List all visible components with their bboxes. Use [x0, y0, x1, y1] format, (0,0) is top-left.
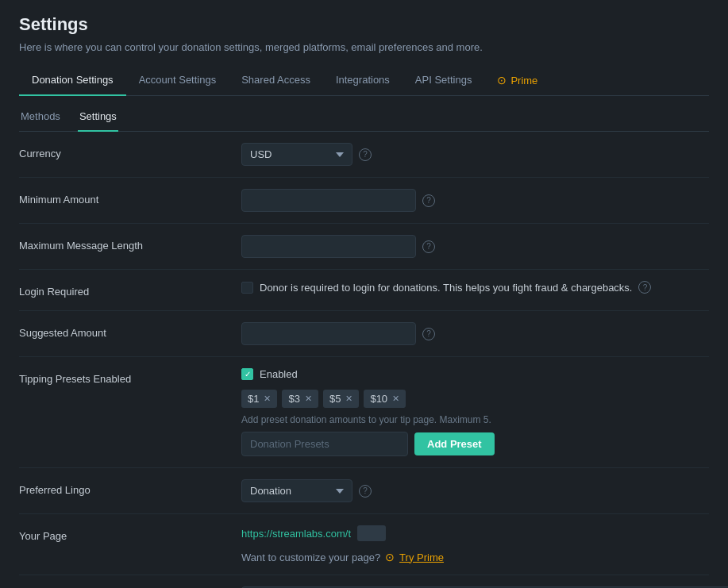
- login-required-label: Login Required: [19, 281, 241, 298]
- currency-select[interactable]: USD EUR GBP: [241, 143, 352, 166]
- login-required-row: Login Required Donor is required to logi…: [19, 270, 709, 311]
- try-prime-link[interactable]: Try Prime: [399, 551, 444, 563]
- preset-hint: Add preset donation amounts to your tip …: [241, 414, 709, 425]
- suggested-amount-input[interactable]: 5.00: [241, 322, 416, 345]
- currency-control: USD EUR GBP ?: [241, 143, 709, 166]
- prime-star-icon: ⊙: [497, 74, 507, 86]
- login-required-help-icon[interactable]: ?: [638, 281, 651, 294]
- currency-help-icon[interactable]: ?: [359, 148, 372, 161]
- tab-prime[interactable]: ⊙ Prime: [484, 66, 550, 96]
- preset-tags-container: $1 ✕ $3 ✕ $5 ✕ $10 ✕: [241, 390, 709, 408]
- preferred-lingo-label: Preferred Lingo: [19, 479, 241, 496]
- page-url-text[interactable]: https://streamlabs.com/t: [241, 528, 351, 540]
- donation-presets-input[interactable]: [241, 432, 408, 456]
- preferred-lingo-control: Donation Tip Contribution ?: [241, 479, 709, 502]
- tab-account-settings[interactable]: Account Settings: [126, 66, 229, 96]
- allow-pro-viewers-row: Allow Pro Viewers Yes, I love Streamlabs…: [19, 575, 709, 588]
- preset-tag-4-remove[interactable]: ✕: [392, 394, 399, 403]
- tipping-presets-row: Tipping Presets Enabled Enabled $1 ✕ $3 …: [19, 357, 709, 468]
- customize-text: Want to customize your page?: [241, 551, 380, 563]
- main-nav: Donation Settings Account Settings Share…: [19, 66, 709, 96]
- max-message-length-control: 255 ?: [241, 235, 709, 258]
- add-preset-button[interactable]: Add Preset: [414, 432, 495, 455]
- sub-tab-settings[interactable]: Settings: [78, 106, 118, 132]
- suggested-amount-row: Suggested Amount 5.00 ?: [19, 311, 709, 357]
- page-title: Settings: [19, 14, 709, 35]
- preferred-lingo-input-row: Donation Tip Contribution ?: [241, 479, 709, 502]
- tab-donation-settings[interactable]: Donation Settings: [19, 66, 126, 96]
- url-slug-box: [357, 525, 386, 541]
- login-required-control: Donor is required to login for donations…: [241, 281, 709, 294]
- sub-tabs: Methods Settings: [19, 96, 709, 132]
- preset-tag-3-value: $5: [329, 393, 341, 405]
- max-message-length-input[interactable]: 255: [241, 235, 416, 258]
- preset-tag-3-remove[interactable]: ✕: [345, 394, 352, 403]
- minimum-amount-input[interactable]: 1: [241, 189, 416, 212]
- preferred-lingo-help-icon[interactable]: ?: [359, 485, 372, 498]
- tab-integrations[interactable]: Integrations: [323, 66, 403, 96]
- tab-api-settings[interactable]: API Settings: [403, 66, 485, 96]
- preset-tag-2-value: $3: [288, 393, 299, 405]
- tipping-presets-label: Tipping Presets Enabled: [19, 368, 241, 385]
- tipping-presets-enabled-wrapper: Enabled: [241, 368, 709, 380]
- customize-row: Want to customize your page? ⊙ Try Prime: [241, 551, 709, 563]
- preset-tag-4: $10 ✕: [364, 390, 406, 408]
- currency-label: Currency: [19, 143, 241, 159]
- preset-tag-1-value: $1: [248, 393, 259, 405]
- preset-tag-3: $5 ✕: [323, 390, 359, 408]
- preset-tag-1: $1 ✕: [241, 390, 277, 408]
- login-required-checkbox-wrapper: Donor is required to login for donations…: [241, 281, 709, 294]
- max-message-length-row: Maximum Message Length 255 ?: [19, 224, 709, 270]
- minimum-amount-input-row: 1 ?: [241, 189, 709, 212]
- suggested-amount-control: 5.00 ?: [241, 322, 709, 345]
- preset-tag-2-remove[interactable]: ✕: [305, 394, 312, 403]
- currency-input-row: USD EUR GBP ?: [241, 143, 709, 166]
- currency-row: Currency USD EUR GBP ?: [19, 132, 709, 178]
- minimum-amount-label: Minimum Amount: [19, 189, 241, 206]
- tipping-presets-checkbox[interactable]: [241, 368, 253, 380]
- your-page-label: Your Page: [19, 525, 241, 542]
- tab-shared-access[interactable]: Shared Access: [229, 66, 323, 96]
- your-page-row: Your Page https://streamlabs.com/t Want …: [19, 514, 709, 575]
- tipping-presets-control: Enabled $1 ✕ $3 ✕ $5 ✕: [241, 368, 709, 456]
- your-page-control: https://streamlabs.com/t Want to customi…: [241, 525, 709, 563]
- preferred-lingo-select[interactable]: Donation Tip Contribution: [241, 479, 352, 502]
- page-description: Here is where you can control your donat…: [19, 41, 709, 53]
- preferred-lingo-row: Preferred Lingo Donation Tip Contributio…: [19, 468, 709, 514]
- preset-tag-4-value: $10: [370, 393, 387, 405]
- minimum-amount-help-icon[interactable]: ?: [422, 194, 435, 207]
- max-message-length-input-row: 255 ?: [241, 235, 709, 258]
- minimum-amount-row: Minimum Amount 1 ?: [19, 178, 709, 224]
- suggested-amount-help-icon[interactable]: ?: [422, 328, 435, 340]
- login-required-checkbox-label: Donor is required to login for donations…: [260, 282, 632, 294]
- preset-add-row: Add Preset: [241, 432, 709, 456]
- max-message-length-label: Maximum Message Length: [19, 235, 241, 252]
- tipping-presets-enabled-label: Enabled: [260, 368, 298, 380]
- max-message-length-help-icon[interactable]: ?: [422, 240, 435, 253]
- suggested-amount-input-row: 5.00 ?: [241, 322, 709, 345]
- suggested-amount-label: Suggested Amount: [19, 322, 241, 339]
- page-url-row: https://streamlabs.com/t: [241, 525, 709, 541]
- sub-tab-methods[interactable]: Methods: [19, 106, 62, 132]
- page-container: Settings Here is where you can control y…: [0, 0, 728, 588]
- preset-tag-2: $3 ✕: [282, 390, 318, 408]
- settings-content: Currency USD EUR GBP ? Minimum Amount 1 …: [19, 132, 709, 588]
- minimum-amount-control: 1 ?: [241, 189, 709, 212]
- preset-tag-1-remove[interactable]: ✕: [264, 394, 271, 403]
- login-required-checkbox[interactable]: [241, 282, 253, 294]
- prime-icon-inline: ⊙: [385, 551, 395, 563]
